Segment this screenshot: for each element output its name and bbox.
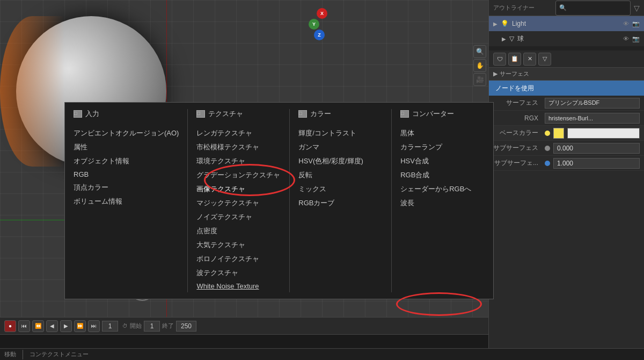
surface-section-label: サーフェス — [500, 70, 529, 78]
menu-item-objinfo[interactable]: オブジェクト情報 — [74, 154, 179, 168]
menu-item-env[interactable]: 環境テクスチャ — [196, 154, 281, 168]
zoom-tool[interactable]: 🔍 — [473, 45, 486, 58]
menu-item-mix[interactable]: ミックス — [298, 182, 383, 196]
surface-expand-icon[interactable]: ▶ — [493, 70, 497, 77]
light-visibility-icon[interactable]: 👁 — [623, 20, 629, 27]
menu-item-wave[interactable]: 波テクスチャ — [196, 266, 281, 280]
color-col-icon: □ — [298, 110, 307, 118]
menu-item-sky[interactable]: 大気テクスチャ — [196, 238, 281, 252]
status-separator — [23, 350, 23, 359]
prop-copy-btn[interactable]: 📋 — [508, 53, 521, 66]
prev-frame-button[interactable]: ◀ — [46, 320, 58, 332]
prop-filter-btn[interactable]: ▽ — [538, 53, 551, 66]
rgx-label: RGX — [493, 114, 541, 122]
properties-toolbar: 🛡 📋 ✕ ▽ — [489, 51, 644, 68]
menu-column-converter: □ コンバーター 黒体 カラーランプ HSV合成 RGB合成 シェーダーからRG… — [392, 109, 493, 292]
current-frame-display[interactable]: 1 — [102, 321, 118, 332]
status-bar: 移動 コンテクストメニュー — [0, 348, 644, 360]
start-frame-display[interactable]: 1 — [144, 321, 160, 332]
menu-item-invert[interactable]: 反転 — [298, 168, 383, 182]
subsurface2-label: サブサーフェ... — [493, 159, 541, 168]
sphere-camera-icon[interactable]: 📷 — [632, 35, 640, 42]
axis-z-ball[interactable]: Z — [314, 30, 325, 40]
subsurface-label: サブサーフェス — [493, 143, 541, 153]
menu-item-checker[interactable]: 市松模様テクスチャ — [196, 140, 281, 154]
menu-item-pointdensity[interactable]: 点密度 — [196, 224, 281, 238]
record-button[interactable]: ● — [4, 320, 16, 332]
menu-item-colorramp[interactable]: カラーランプ — [400, 140, 485, 154]
outliner-header: アウトライナー 🔍 ▽ — [489, 0, 644, 16]
outliner-search[interactable]: 🔍 — [555, 1, 631, 16]
start-label: 開始 — [130, 322, 142, 330]
menu-item-image[interactable]: 画像テクスチャ — [196, 182, 281, 196]
skip-start-button[interactable]: ⏮ — [18, 320, 30, 332]
rewind-button[interactable]: ⏪ — [32, 320, 44, 332]
basecolor-dot[interactable] — [545, 131, 550, 136]
outliner-row-sphere[interactable]: ▶ ▽ 球 👁 📷 — [489, 31, 644, 46]
prop-rgx-row: RGX hristensen-Burl... — [489, 111, 644, 126]
light-camera-icon[interactable]: 📷 — [632, 20, 640, 27]
menu-item-magic[interactable]: マジックテクスチャ — [196, 196, 281, 210]
outliner-filter-icon[interactable]: ▽ — [634, 4, 640, 12]
texture-col-icon: □ — [196, 110, 205, 118]
camera-tool[interactable]: 🎥 — [473, 73, 486, 86]
menu-column-input-header: □ 入力 — [74, 109, 179, 121]
menu-item-rgbcomp[interactable]: RGB合成 — [400, 168, 485, 182]
subsurface-value[interactable]: 0.000 — [553, 143, 640, 154]
menu-item-rgbcurves[interactable]: RGBカーブ — [298, 196, 383, 210]
play-button[interactable]: ▶ — [60, 320, 72, 332]
menu-column-texture-header: □ テクスチャ — [196, 109, 281, 121]
prop-close-btn[interactable]: ✕ — [523, 53, 536, 66]
menu-item-brightness[interactable]: 輝度/コントラスト — [298, 126, 383, 140]
converter-col-label: コンバーター — [412, 109, 454, 119]
menu-item-wavelength[interactable]: 波長 — [400, 196, 485, 210]
axis-x-ball[interactable]: X — [317, 8, 327, 19]
end-frame-display[interactable]: 250 — [176, 321, 196, 332]
prop-subsurface2-row: サブサーフェ... 1.000 — [489, 156, 644, 171]
menu-item-vertexcolor[interactable]: 頂点カラー — [74, 181, 179, 195]
converter-col-icon: □ — [400, 110, 409, 118]
outliner-row-light[interactable]: ▶ 💡 Light 👁 📷 — [489, 16, 644, 31]
menu-item-hsv[interactable]: HSV(色相/彩度/輝度) — [298, 154, 383, 168]
sphere-visibility-icon[interactable]: 👁 — [623, 35, 629, 42]
input-col-label: 入力 — [85, 109, 99, 119]
menu-item-whitenoise[interactable]: White Noise Texture — [196, 280, 281, 292]
outliner-expand-sphere[interactable]: ▶ — [493, 36, 506, 42]
basecolor-swatch[interactable] — [553, 128, 564, 139]
basecolor-value[interactable] — [567, 128, 640, 139]
sphere-icon: ▽ — [509, 35, 514, 42]
prop-surface-section: ▶ サーフェス — [489, 68, 644, 81]
menu-item-gamma[interactable]: ガンマ — [298, 140, 383, 154]
skip-end-button[interactable]: ⏭ — [88, 320, 100, 332]
menu-item-voronoi[interactable]: ボロノイテクスチャ — [196, 252, 281, 266]
axis-y-ball[interactable]: Y — [309, 19, 319, 30]
timer-icon: ⏱ — [122, 323, 128, 329]
surface-value[interactable]: プリンシプルBSDF — [545, 98, 640, 109]
node-use-button[interactable]: ノードを使用 — [489, 81, 644, 96]
right-panel: アウトライナー 🔍 ▽ ▶ 💡 Light 👁 📷 ▶ ▽ 球 👁 📷 🛡 📋 … — [488, 0, 644, 360]
menu-item-noise[interactable]: ノイズテクスチャ — [196, 210, 281, 224]
outliner-expand-light[interactable]: ▶ — [493, 21, 497, 27]
subsurface2-value[interactable]: 1.000 — [553, 158, 640, 169]
menu-column-input: □ 入力 アンビエントオクルージョン(AO) 属性 オブジェクト情報 RGB 頂… — [65, 109, 188, 292]
next-frame-button[interactable]: ⏩ — [74, 320, 86, 332]
pan-tool[interactable]: ✋ — [473, 59, 486, 72]
menu-item-volinfo[interactable]: ボリューム情報 — [74, 195, 179, 208]
menu-item-brick[interactable]: レンガテクスチャ — [196, 126, 281, 140]
menu-item-gradient[interactable]: グラデーションテクスチャ — [196, 168, 281, 182]
menu-item-blackbody[interactable]: 黒体 — [400, 126, 485, 140]
prop-shield-btn[interactable]: 🛡 — [493, 53, 506, 66]
menu-item-hsvcomp[interactable]: HSV合成 — [400, 154, 485, 168]
rgx-value[interactable]: hristensen-Burl... — [545, 113, 640, 124]
menu-item-attr[interactable]: 属性 — [74, 140, 179, 154]
prop-surface-row: サーフェス プリンシプルBSDF — [489, 96, 644, 111]
outliner-title: アウトライナー — [493, 4, 535, 12]
color-col-label: カラー — [310, 109, 331, 119]
menu-item-ao[interactable]: アンビエントオクルージョン(AO) — [74, 126, 179, 140]
menu-item-shader2rgb[interactable]: シェーダーからRGBへ — [400, 182, 485, 196]
menu-item-rgb[interactable]: RGB — [74, 168, 179, 181]
status-center: コンテクストメニュー — [30, 350, 89, 358]
subsurface-dot[interactable] — [545, 146, 550, 151]
subsurface2-dot[interactable] — [545, 161, 550, 166]
prop-basecolor-row: ベースカラー — [489, 126, 644, 141]
